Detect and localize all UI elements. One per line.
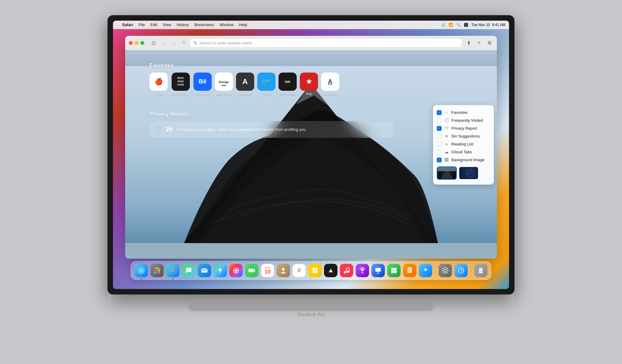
privacy-report-title: Privacy Report (149, 111, 394, 117)
svg-text:Milk: Milk (221, 84, 226, 87)
svg-point-56 (361, 269, 364, 271)
menubar-window[interactable]: Window (220, 22, 234, 27)
dock-safari[interactable] (166, 263, 180, 278)
svg-point-9 (468, 170, 473, 175)
svg-point-36 (234, 271, 235, 273)
share-button[interactable]: ⬆ (465, 39, 473, 47)
favorite-yelp-icon: ★ (300, 73, 318, 91)
menubar-search-icon[interactable]: 🔍 (456, 23, 461, 27)
contacts-icon (277, 264, 290, 277)
reading-list-icon: ∞ (444, 142, 449, 146)
new-tab-button[interactable]: + (475, 39, 483, 47)
favorite-wetransfer[interactable]: we WeTransfer (279, 73, 297, 96)
tabs-button[interactable]: ⧉ (485, 39, 493, 47)
bg-thumb-mountain[interactable] (437, 166, 457, 180)
close-button[interactable] (129, 41, 133, 45)
icloud-tabs-checkbox[interactable] (437, 150, 442, 155)
dock-numbers[interactable] (387, 263, 401, 278)
dock-photos[interactable] (229, 263, 243, 278)
menubar-help[interactable]: Help (239, 22, 247, 27)
customize-background-image[interactable]: ✓ 🖼 Background Image (433, 156, 494, 164)
dock-finder[interactable]: ☺ (134, 263, 149, 278)
favorite-boooooom[interactable]: BOOOOOOOM BOOOOOOM (171, 73, 190, 96)
address-bar[interactable]: 🔍 Search or enter website name (190, 38, 462, 47)
svg-rect-41 (297, 269, 302, 273)
favorite-apple[interactable]: 🍎 Apple (149, 73, 168, 96)
dock-launchpad[interactable] (150, 263, 164, 278)
dock-container: ☺ (131, 261, 491, 280)
dock-notes[interactable] (308, 263, 322, 278)
macbook-label: MacBook Pro (297, 312, 325, 317)
dock-trash[interactable] (473, 263, 488, 278)
menubar-file[interactable]: File (138, 22, 145, 27)
dock-maps[interactable] (213, 263, 227, 278)
customize-reading-list[interactable]: ∞ Reading List (433, 140, 494, 148)
customize-icloud-tabs[interactable]: ☁ iCloud Tabs (433, 148, 494, 156)
dock-mail[interactable] (197, 263, 212, 278)
tab-view-button[interactable]: ⊡ (149, 39, 158, 46)
browser-content: Favorites 🍎 Apple BOOOOOOOM BOOOOOOM (125, 50, 497, 259)
dock-contacts[interactable] (276, 263, 291, 278)
dock-messages[interactable] (181, 263, 196, 278)
siri-suggestions-icon: ✦ (444, 134, 449, 138)
favorite-yelp-label: Yelp (306, 92, 312, 96)
svg-line-53 (346, 268, 349, 268)
menubar-battery-icon: 🔋 (441, 23, 446, 27)
dock-calendar[interactable]: NOV 10 (260, 263, 275, 278)
dock-system-preferences[interactable] (438, 263, 453, 278)
search-icon: 🔍 (193, 41, 197, 45)
fullscreen-button[interactable] (140, 41, 144, 45)
dock-facetime[interactable] (244, 263, 259, 278)
dock-appstore[interactable] (418, 263, 433, 278)
privacy-shield-icon: 🛡 (156, 126, 162, 133)
customize-privacy-report[interactable]: ✓ 🛡 Privacy Report (433, 124, 494, 132)
favorite-adventure-label: Adventure (323, 92, 338, 96)
forward-button[interactable]: › (170, 39, 178, 47)
favorite-behance[interactable]: Bē Behance (193, 73, 212, 96)
customize-favorites[interactable]: ✓ ☆ Favorites (433, 109, 494, 117)
back-button[interactable]: ‹ (160, 39, 168, 47)
customize-siri-suggestions[interactable]: ✦ Siri Suggestions (433, 132, 494, 140)
favorite-yelp[interactable]: ★ Yelp (300, 73, 318, 96)
svg-point-33 (238, 270, 239, 271)
favorite-archinect[interactable]: A Archinect (236, 73, 254, 96)
menubar-view[interactable]: View (163, 22, 171, 27)
customize-frequently-visited[interactable]: 🕐 Frequently Visited (433, 117, 494, 124)
favorites-checkbox[interactable]: ✓ (437, 110, 442, 115)
bg-thumb-galaxy[interactable] (459, 166, 479, 180)
pages-icon (403, 264, 416, 277)
dock-reminders[interactable] (292, 263, 306, 278)
svg-rect-82 (479, 269, 483, 273)
favorite-designmilk[interactable]: Design Milk Design Milk (215, 73, 233, 96)
svg-line-81 (461, 270, 462, 271)
privacy-card[interactable]: 🛡 20 In the last seven days, Safari has … (149, 121, 394, 138)
siri-suggestions-checkbox[interactable] (437, 134, 442, 139)
dock-podcasts[interactable] (355, 263, 370, 278)
svg-marker-50 (329, 269, 333, 272)
menubar-edit[interactable]: Edit (150, 22, 157, 27)
dock-music[interactable] (339, 263, 354, 278)
svg-point-71 (445, 267, 446, 268)
svg-point-37 (237, 271, 238, 273)
background-image-checkbox[interactable]: ✓ (437, 158, 442, 162)
dock-screentime[interactable] (454, 263, 468, 278)
dock-appletv[interactable] (323, 263, 338, 278)
minimize-button[interactable] (135, 41, 138, 45)
privacy-report-checkbox[interactable]: ✓ (437, 126, 442, 131)
favorite-adventure[interactable]: A Adventure (321, 73, 339, 96)
favorite-boooooom-icon: BOOOOOOOM (172, 73, 190, 91)
favorite-twitter[interactable]: 🐦 Twitter (257, 73, 275, 96)
frequently-visited-checkbox[interactable] (437, 118, 442, 123)
dock-pages[interactable] (402, 263, 417, 278)
menubar-safari[interactable]: Safari (122, 22, 133, 27)
reading-list-checkbox[interactable] (437, 142, 442, 147)
privacy-section: Privacy Report 🛡 20 In the last seven da… (149, 111, 394, 138)
dock-keynote[interactable] (371, 263, 385, 278)
system-preferences-icon (439, 264, 452, 277)
screen-bezel: Safari File Edit View History Bookmarks … (108, 15, 514, 294)
menubar-controlcenter-icon[interactable]: ⬛ (464, 23, 468, 27)
menubar-history[interactable]: History (176, 22, 189, 27)
dock-separator-2 (471, 266, 471, 278)
icloud-tabs-label: iCloud Tabs (451, 150, 490, 154)
menubar-bookmarks[interactable]: Bookmarks (194, 22, 214, 27)
